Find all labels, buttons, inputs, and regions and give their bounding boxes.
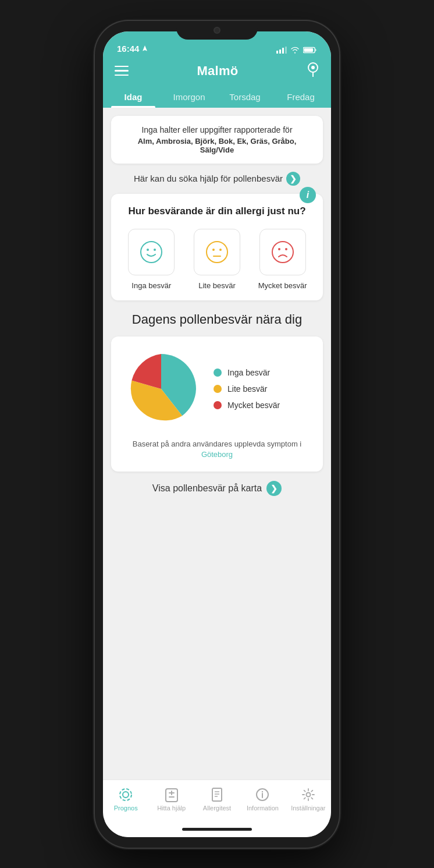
baserat-text: Baserat på andra användares upplevda sym… — [120, 439, 314, 460]
allergitest-icon — [209, 787, 225, 802]
header-title: Malmö — [197, 63, 238, 79]
emoji-option-inga[interactable]: Inga besvär — [122, 229, 182, 290]
svg-point-31 — [262, 791, 263, 792]
legend-dot-teal — [214, 369, 222, 377]
survey-card: i Hur besvärande är din allergi just nu? — [111, 194, 323, 300]
svg-rect-3 — [285, 47, 287, 54]
legend-label-inga: Inga besvär — [227, 368, 270, 377]
svg-point-20 — [123, 792, 129, 798]
hamburger-line-1 — [115, 66, 129, 68]
map-link[interactable]: Visa pollenbesvär på karta ❯ — [111, 472, 323, 501]
legend-dot-red — [214, 401, 222, 409]
location-arrow-icon — [141, 45, 148, 52]
prognos-icon — [118, 787, 133, 802]
svg-point-10 — [147, 249, 149, 251]
svg-point-14 — [219, 249, 222, 251]
tab-torsdag[interactable]: Torsdag — [217, 87, 273, 108]
pollen-title: Dagens pollenbesvär nära dig — [111, 312, 323, 327]
information-icon — [255, 787, 270, 802]
legend-label-mycket: Mycket besvär — [227, 401, 280, 410]
hamburger-menu[interactable] — [115, 66, 129, 76]
svg-rect-25 — [212, 788, 222, 801]
map-link-text: Visa pollenbesvär på karta — [152, 483, 262, 494]
pie-chart — [120, 348, 202, 430]
svg-rect-0 — [276, 51, 278, 54]
info-card-main-text: Inga halter eller uppgifter rapporterade… — [122, 125, 312, 134]
legend-item-inga: Inga besvär — [214, 368, 280, 377]
battery-icon — [303, 47, 317, 54]
legend-item-lite: Lite besvär — [214, 384, 280, 394]
survey-title: Hur besvärande är din allergi just nu? — [122, 206, 312, 217]
header: Malmö — [103, 57, 331, 87]
legend-label-lite: Lite besvär — [227, 384, 267, 394]
map-link-arrow-icon: ❯ — [266, 481, 282, 496]
pollen-chart-inner: Inga besvär Lite besvär Mycket besvär — [120, 348, 314, 430]
status-time: 16:44 — [117, 44, 148, 54]
pollen-section: Dagens pollenbesvär nära dig — [103, 300, 331, 506]
legend-dot-yellow — [214, 385, 222, 393]
nav-item-hitta[interactable]: Hitta hjälp — [148, 785, 194, 814]
home-indicator — [103, 826, 331, 837]
emoji-label-inga: Inga besvär — [131, 281, 171, 290]
chart-legend: Inga besvär Lite besvär Mycket besvär — [214, 368, 280, 410]
svg-rect-1 — [279, 49, 281, 54]
tab-imorgon[interactable]: Imorgon — [161, 87, 217, 108]
status-icons — [276, 47, 317, 54]
hamburger-line-3 — [115, 75, 129, 76]
svg-rect-2 — [282, 48, 284, 54]
emoji-box-sad — [259, 229, 306, 275]
emoji-option-mycket[interactable]: Mycket besvär — [252, 229, 312, 290]
help-link-arrow-icon: ❯ — [286, 172, 300, 186]
pollen-chart-card: Inga besvär Lite besvär Mycket besvär — [111, 336, 323, 472]
svg-point-11 — [154, 249, 156, 251]
nav-label-allergitest: Allergitest — [203, 805, 231, 812]
home-indicator-bar — [182, 828, 252, 831]
svg-point-18 — [285, 248, 287, 250]
legend-item-mycket: Mycket besvär — [214, 401, 280, 410]
wifi-icon — [290, 47, 300, 54]
signal-icon — [276, 47, 287, 54]
svg-point-32 — [306, 792, 310, 796]
settings-icon — [301, 787, 316, 802]
svg-point-7 — [311, 66, 315, 69]
help-link-text: Här kan du söka hjälp för pollenbesvär — [134, 173, 283, 183]
location-pin-icon[interactable] — [307, 62, 319, 80]
hitta-icon — [164, 787, 179, 802]
hamburger-line-2 — [115, 70, 129, 72]
nav-label-prognos: Prognos — [114, 805, 138, 812]
nav-label-hitta: Hitta hjälp — [157, 805, 186, 812]
tabs-bar: Idag Imorgon Torsdag Fredag — [103, 87, 331, 108]
svg-rect-5 — [304, 48, 313, 51]
svg-point-13 — [212, 249, 215, 251]
nav-item-information[interactable]: Information — [240, 785, 285, 814]
tab-fredag[interactable]: Fredag — [273, 87, 329, 108]
bottom-nav: Prognos Hitta hjälp — [103, 780, 331, 826]
main-content: Inga halter eller uppgifter rapporterade… — [103, 108, 331, 780]
help-link[interactable]: Här kan du söka hjälp för pollenbesvär ❯ — [103, 164, 331, 194]
goteborg-link[interactable]: Göteborg — [201, 450, 233, 459]
emoji-box-happy — [128, 229, 175, 275]
info-card: Inga halter eller uppgifter rapporterade… — [111, 116, 323, 164]
nav-item-allergitest[interactable]: Allergitest — [194, 785, 240, 814]
emoji-option-lite[interactable]: Lite besvär — [187, 229, 247, 290]
nav-item-prognos[interactable]: Prognos — [103, 785, 148, 814]
svg-point-17 — [278, 248, 280, 250]
tab-idag[interactable]: Idag — [105, 87, 161, 108]
emoji-label-lite: Lite besvär — [198, 281, 236, 290]
svg-point-9 — [141, 242, 162, 263]
svg-point-12 — [207, 242, 227, 263]
info-card-sub-text: Alm, Ambrosia, Björk, Bok, Ek, Gräs, Grå… — [122, 137, 312, 154]
emoji-box-neutral — [194, 229, 240, 275]
nav-label-installningar: Inställningar — [291, 805, 325, 812]
svg-point-16 — [272, 242, 293, 263]
nav-label-information: Information — [247, 805, 279, 812]
svg-point-19 — [120, 789, 131, 800]
nav-item-installningar[interactable]: Inställningar — [286, 785, 331, 814]
emoji-label-mycket: Mycket besvär — [258, 281, 307, 290]
emoji-options: Inga besvär Lite bes — [122, 229, 312, 290]
info-badge-button[interactable]: i — [300, 187, 316, 203]
